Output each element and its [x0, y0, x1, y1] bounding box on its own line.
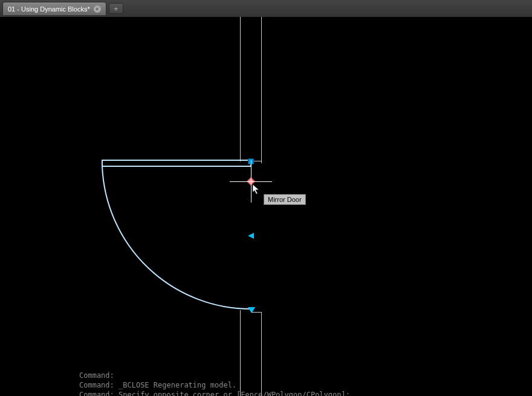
- new-tab-button[interactable]: +: [109, 3, 123, 14]
- tooltip-text: Mirror Door: [268, 196, 302, 203]
- horizontal-flip-grip[interactable]: [248, 233, 254, 239]
- tab-title: 01 - Using Dynamic Blocks*: [8, 5, 90, 13]
- tab-active[interactable]: 01 - Using Dynamic Blocks* ×: [2, 2, 106, 15]
- svg-rect-1: [102, 160, 251, 166]
- grip-tooltip: Mirror Door: [264, 194, 306, 205]
- wall-lower-right: [261, 312, 262, 396]
- command-history-2: Command: _BCLOSE Regenerating model.: [79, 381, 236, 389]
- drawing-viewport[interactable]: Mirror Door Command: Command: _BCLOSE Re…: [0, 17, 532, 396]
- svg-rect-0: [102, 160, 251, 166]
- wall-upper-right: [261, 17, 262, 163]
- wall-lower-left: [240, 310, 241, 396]
- command-history-3: Command: Specify opposite corner or [Fen…: [79, 391, 350, 396]
- wall-upper-left: [240, 17, 241, 161]
- plus-icon: +: [114, 4, 118, 13]
- door-block[interactable]: [100, 158, 263, 315]
- insertion-grip[interactable]: [248, 158, 254, 164]
- command-history-1: Command:: [79, 371, 114, 380]
- tab-bar: 01 - Using Dynamic Blocks* × +: [0, 0, 532, 17]
- close-icon[interactable]: ×: [94, 5, 101, 13]
- stretch-grip[interactable]: [248, 307, 255, 313]
